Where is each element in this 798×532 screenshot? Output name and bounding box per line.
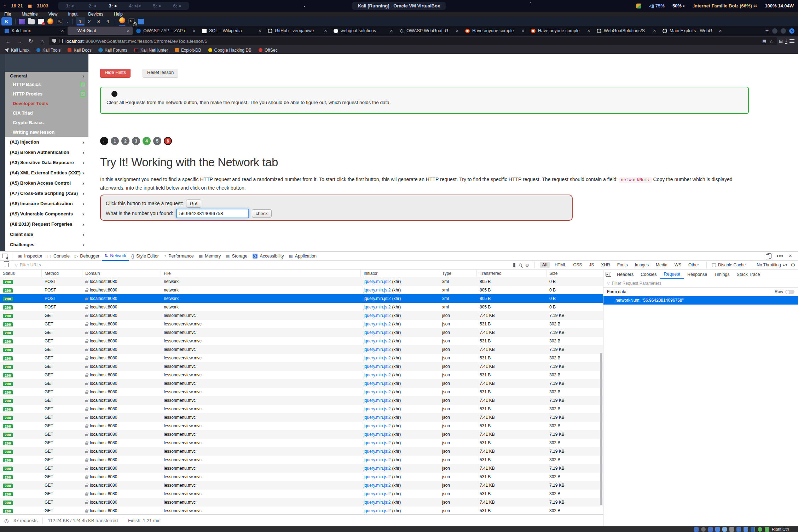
- network-request-row[interactable]: 200 GET localhost:8080 lessonmenu.mvc jq…: [0, 464, 603, 473]
- page-button[interactable]: 4: [143, 137, 151, 145]
- network-request-row[interactable]: 200 GET localhost:8080 lessonmenu.mvc jq…: [0, 481, 603, 490]
- window-maximize-button[interactable]: [781, 28, 786, 34]
- extensions-icon[interactable]: ⊞: [779, 39, 783, 44]
- sidebar-item[interactable]: Writing new lesson ✓ ›: [5, 127, 88, 137]
- initiator-link[interactable]: jquery.min.js:2: [364, 474, 391, 479]
- type-filter-button[interactable]: Images: [633, 262, 651, 268]
- workspace-indicator[interactable]: 5: ●: [153, 3, 161, 8]
- table-scrollbar[interactable]: [600, 353, 602, 505]
- column-method[interactable]: Method: [42, 270, 82, 277]
- type-filter-button[interactable]: Media: [654, 262, 670, 268]
- network-request-row[interactable]: 200 GET localhost:8080 lessonmenu.mvc jq…: [0, 413, 603, 422]
- app-launcher-icon[interactable]: [19, 19, 25, 24]
- initiator-link[interactable]: jquery.min.js:2: [364, 364, 391, 369]
- vbox-status-icon[interactable]: [729, 527, 734, 532]
- reader-mode-icon[interactable]: ▤: [762, 39, 766, 44]
- tab-close-icon[interactable]: ✕: [587, 29, 590, 33]
- taskbar-terminal-window[interactable]: $_ 3: [128, 18, 135, 25]
- column-status[interactable]: Status: [0, 270, 42, 277]
- detail-tab[interactable]: Cookies: [637, 270, 660, 279]
- wifi-indicator[interactable]: Internet Familie Bolz (66%) ≋: [693, 3, 757, 8]
- initiator-link[interactable]: jquery.min.js:2: [364, 466, 391, 471]
- go-button[interactable]: Go!: [186, 200, 201, 208]
- search-icon[interactable]: [519, 264, 522, 266]
- initiator-link[interactable]: jquery.min.js:2: [364, 372, 391, 377]
- initiator-link[interactable]: jquery.min.js:2: [364, 398, 391, 403]
- network-request-row[interactable]: 200 GET localhost:8080 lessonmenu.mvc jq…: [0, 311, 603, 320]
- browser-tab[interactable]: WebGoat ✕: [68, 27, 133, 35]
- raw-toggle[interactable]: [785, 290, 794, 294]
- initiator-link[interactable]: jquery.min.js:2: [364, 330, 391, 335]
- bookmark-item[interactable]: Kali Tools: [36, 48, 60, 53]
- sidebar-item[interactable]: (A1) Injection ✓ ›: [5, 137, 88, 147]
- initiator-link[interactable]: jquery.min.js:2: [364, 279, 391, 284]
- forward-button[interactable]: →: [15, 38, 24, 44]
- devtools-tab[interactable]: ▦ Memory: [196, 251, 224, 261]
- bookmark-item[interactable]: Kali Docs: [68, 48, 92, 53]
- network-number-input[interactable]: [176, 209, 249, 218]
- form-data-param[interactable]: networkNum: "56.96423814096758": [603, 296, 798, 305]
- tab-close-icon[interactable]: ✕: [719, 29, 722, 33]
- network-request-row[interactable]: 200 GET localhost:8080 lessonoverview.mv…: [0, 388, 603, 396]
- initiator-link[interactable]: jquery.min.js:2: [364, 415, 391, 420]
- network-request-row[interactable]: 200 GET localhost:8080 lessonmenu.mvc jq…: [0, 379, 603, 388]
- browser-tab[interactable]: WebGoatSolutions/S ✕: [594, 27, 659, 35]
- tab-close-icon[interactable]: ✕: [653, 29, 656, 33]
- text-editor-icon[interactable]: [38, 19, 44, 24]
- sidebar-item[interactable]: Developer Tools ✓ ›: [5, 99, 88, 108]
- vbox-status-icon[interactable]: [765, 527, 769, 532]
- initiator-link[interactable]: jquery.min.js:2: [364, 432, 391, 437]
- taskbar-workspace-number[interactable]: 3: [94, 17, 103, 25]
- page-button[interactable]: ←: [100, 137, 108, 145]
- network-request-row[interactable]: 200 GET localhost:8080 lessonmenu.mvc jq…: [0, 498, 603, 507]
- network-request-row[interactable]: 200 GET localhost:8080 lessonmenu.mvc jq…: [0, 345, 603, 354]
- browser-tab[interactable]: Have anyone comple ✕: [528, 27, 593, 35]
- sidebar-item[interactable]: Crypto Basics ✓ ›: [5, 118, 88, 127]
- sidebar-item[interactable]: (A8) Insecure Deserialization ✓ ›: [5, 198, 88, 209]
- initiator-link[interactable]: jquery.min.js:2: [364, 296, 391, 301]
- file-manager-icon[interactable]: [28, 19, 35, 24]
- sidebar-item[interactable]: (A8:2013) Request Forgeries ✓ ›: [5, 219, 88, 229]
- devtools-tab[interactable]: {} Style Editor: [129, 251, 161, 261]
- sidebar-item[interactable]: Client side ✓ ›: [5, 229, 88, 239]
- initiator-link[interactable]: jquery.min.js:2: [364, 381, 391, 386]
- launcher-dropdown-icon[interactable]: ⌄: [66, 20, 69, 23]
- network-request-row[interactable]: 200 GET localhost:8080 lessonoverview.mv…: [0, 439, 603, 447]
- page-button[interactable]: 1: [111, 137, 119, 145]
- check-button[interactable]: check: [252, 209, 272, 218]
- sidebar-item[interactable]: (A7) Cross-Site Scripting (XSS) ✓ ›: [5, 188, 88, 198]
- home-button[interactable]: ⌂: [37, 38, 47, 44]
- initiator-link[interactable]: jquery.min.js:2: [364, 491, 391, 496]
- devtools-tab[interactable]: ▢ Console: [45, 251, 72, 261]
- taskbar-folder-window[interactable]: [138, 19, 144, 24]
- tab-close-icon[interactable]: ✕: [390, 29, 393, 33]
- initiator-link[interactable]: jquery.min.js:2: [364, 406, 391, 411]
- initiator-link[interactable]: jquery.min.js:2: [364, 500, 391, 505]
- reset-lesson-button[interactable]: Reset lesson: [143, 69, 178, 78]
- filter-urls-input[interactable]: Filter URLs: [20, 262, 41, 267]
- detail-tab[interactable]: Timings: [711, 270, 733, 279]
- detail-tab[interactable]: Headers: [613, 270, 637, 279]
- devtools-options-icon[interactable]: •••: [776, 253, 783, 259]
- browser-tab[interactable]: Main Exploits · WebG ✕: [660, 27, 725, 35]
- initiator-link[interactable]: jquery.min.js:2: [364, 288, 391, 293]
- taskbar-firefox-window[interactable]: [119, 17, 125, 25]
- workspace-indicator[interactable]: 6: ●: [173, 3, 181, 8]
- browser-tab[interactable]: GitHub - vernjan/we ✕: [265, 27, 330, 35]
- network-request-row[interactable]: 200 GET localhost:8080 lessonoverview.mv…: [0, 337, 603, 345]
- network-request-row[interactable]: 200 GET localhost:8080 lessonoverview.mv…: [0, 473, 603, 481]
- network-request-row[interactable]: 200 POST localhost:8080 network jquery.m…: [0, 277, 603, 286]
- workspace-indicator[interactable]: 3: ●: [109, 3, 117, 8]
- devtools-tab[interactable]: ▩ Application: [286, 251, 319, 261]
- network-request-row[interactable]: 200 GET localhost:8080 lessonoverview.mv…: [0, 422, 603, 430]
- initiator-link[interactable]: jquery.min.js:2: [364, 355, 391, 360]
- taskbar-workspace-number[interactable]: 4: [103, 17, 112, 25]
- panel-toggle-icon[interactable]: ▶❘: [606, 272, 611, 277]
- type-filter-button[interactable]: XHR: [599, 262, 612, 268]
- initiator-link[interactable]: jquery.min.js:2: [364, 457, 391, 462]
- vbox-status-icon[interactable]: [708, 527, 713, 532]
- downloads-icon[interactable]: ↓: [785, 39, 787, 44]
- devtools-tab[interactable]: ⇅ Network: [102, 251, 129, 261]
- column-size[interactable]: Size: [547, 270, 603, 277]
- vbox-status-icon[interactable]: [715, 527, 720, 532]
